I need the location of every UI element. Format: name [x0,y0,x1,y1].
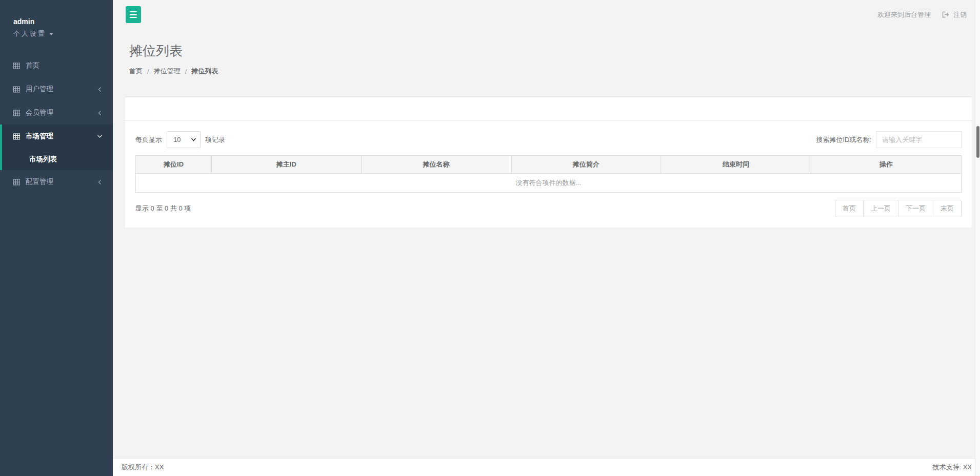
support-text: 技术支持: XX [932,463,972,472]
chevron-left-icon [97,87,103,92]
table-header-row: 摊位ID 摊主ID 摊位名称 摊位简介 结束时间 操作 [136,156,962,174]
welcome-text: 欢迎来到后台管理 [877,10,931,19]
data-table: 摊位ID 摊主ID 摊位名称 摊位简介 结束时间 操作 没有符合项件的数据... [135,155,962,193]
sidebar-item-config-management[interactable]: 配置管理 [0,170,113,194]
sidebar-item-label: 会员管理 [26,108,53,117]
scrollbar-track[interactable] [975,0,980,476]
pagination-prev-button[interactable]: 上一页 [863,200,898,217]
sidebar-item-user-management[interactable]: 用户管理 [0,77,113,101]
sidebar-subitem-market-list[interactable]: 市场列表 [2,148,113,170]
empty-row: 没有符合项件的数据... [136,174,962,193]
empty-message: 没有符合项件的数据... [136,174,962,193]
chevron-left-icon [97,110,103,116]
sidebar-item-market-management[interactable]: 市场管理 [2,125,113,148]
sidebar: admin 个人设置 首页 用户管理 [0,0,113,476]
breadcrumb-separator: / [185,68,187,75]
hamburger-icon [130,11,137,13]
table-grid-icon [13,133,20,140]
search-input[interactable] [876,131,962,148]
column-header-end-time: 结束时间 [661,156,811,174]
app-window: admin 个人设置 首页 用户管理 [0,0,980,476]
profile-settings-dropdown[interactable]: 个人设置 [13,29,53,38]
sign-out-icon [942,11,950,18]
page-heading: 摊位列表 首页 / 摊位管理 / 摊位列表 [113,29,980,89]
table-grid-icon [13,179,20,185]
logout-label: 注销 [953,10,967,19]
top-navbar: 欢迎来到后台管理 注销 [113,0,980,29]
column-header-stall-id: 摊位ID [136,156,212,174]
chevron-left-icon [97,179,103,185]
copyright-text: 版权所有：XX [122,463,164,472]
caret-down-icon [49,33,53,35]
chevron-down-icon [97,134,103,139]
sidebar-item-label: 市场管理 [26,132,53,141]
sidebar-item-label: 用户管理 [26,85,53,94]
panel-title-bar [125,97,972,121]
page-title: 摊位列表 [129,42,972,60]
profile-settings-label: 个人设置 [13,29,46,38]
pagination-next-button[interactable]: 下一页 [898,200,933,217]
table-info: 显示 0 至 0 共 0 项 [135,204,191,213]
breadcrumb-home[interactable]: 首页 [129,67,143,76]
table-grid-icon [13,86,20,93]
column-header-stall-name: 摊位名称 [361,156,511,174]
sidebar-active-section: 市场管理 市场列表 [0,125,113,170]
sidebar-item-member-management[interactable]: 会员管理 [0,101,113,125]
sidebar-item-label: 配置管理 [26,177,53,187]
sidebar-item-home[interactable]: 首页 [0,54,113,77]
table-grid-icon [13,63,20,69]
sidebar-toggle-button[interactable] [126,6,141,23]
column-header-owner-id: 摊主ID [212,156,361,174]
breadcrumb: 首页 / 摊位管理 / 摊位列表 [129,67,972,76]
navbar-right: 欢迎来到后台管理 注销 [877,10,967,19]
table-footer: 显示 0 至 0 共 0 项 首页 上一页 下一页 末页 [135,200,962,217]
sidebar-profile: admin 个人设置 [0,0,113,38]
pagination-first-button[interactable]: 首页 [835,200,864,217]
sidebar-nav: 首页 用户管理 会员管理 [0,54,113,194]
sidebar-subitem-label: 市场列表 [29,155,57,164]
pagination: 首页 上一页 下一页 末页 [835,200,962,217]
username: admin [13,17,113,26]
page-length-select[interactable]: 10 [167,131,201,148]
page-length-prefix: 每页显示 [135,135,162,144]
breadcrumb-current: 摊位列表 [191,67,218,76]
main-area: 欢迎来到后台管理 注销 摊位列表 首页 / 摊位管理 / 摊位列表 [113,0,980,476]
column-header-actions: 操作 [811,156,961,174]
page-length-suffix: 项记录 [205,135,225,144]
sidebar-item-label: 首页 [26,61,39,70]
column-header-stall-intro: 摊位简介 [511,156,661,174]
content-wrapper: 每页显示 10 项记录 [113,89,980,458]
page-length-control: 每页显示 10 项记录 [135,131,225,148]
panel-content: 每页显示 10 项记录 [125,121,972,227]
page-footer: 版权所有：XX 技术支持: XX [113,458,980,476]
breadcrumb-separator: / [147,68,149,75]
pagination-last-button[interactable]: 末页 [933,200,962,217]
panel: 每页显示 10 项记录 [125,96,972,227]
table-grid-icon [13,110,20,116]
scrollbar-thumb[interactable] [976,126,979,158]
logout-button[interactable]: 注销 [942,10,967,19]
search-control: 搜索摊位ID或名称: [816,131,962,148]
page-length-select-wrap: 10 [167,131,201,148]
breadcrumb-section[interactable]: 摊位管理 [154,67,181,76]
search-label: 搜索摊位ID或名称: [816,135,871,144]
table-controls: 每页显示 10 项记录 [135,131,962,148]
